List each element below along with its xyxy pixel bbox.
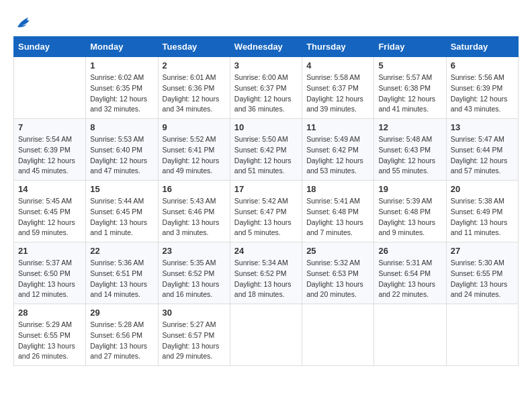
calendar-cell: 12Sunrise: 5:48 AM Sunset: 6:43 PM Dayli… <box>374 119 446 181</box>
calendar-cell: 1Sunrise: 6:02 AM Sunset: 6:35 PM Daylig… <box>86 57 158 119</box>
weekday-header-tuesday: Tuesday <box>158 37 230 57</box>
calendar-cell: 7Sunrise: 5:54 AM Sunset: 6:39 PM Daylig… <box>14 119 86 181</box>
day-number: 12 <box>378 122 441 132</box>
day-info: Sunrise: 5:45 AM Sunset: 6:45 PM Dayligh… <box>18 196 81 238</box>
calendar-cell: 25Sunrise: 5:32 AM Sunset: 6:53 PM Dayli… <box>302 242 374 304</box>
day-info: Sunrise: 5:38 AM Sunset: 6:49 PM Dayligh… <box>451 196 514 238</box>
day-info: Sunrise: 5:47 AM Sunset: 6:44 PM Dayligh… <box>451 134 514 177</box>
weekday-header-thursday: Thursday <box>302 37 374 57</box>
day-number: 15 <box>90 184 153 194</box>
calendar-cell: 14Sunrise: 5:45 AM Sunset: 6:45 PM Dayli… <box>14 181 86 242</box>
day-number: 16 <box>163 184 226 194</box>
day-info: Sunrise: 5:31 AM Sunset: 6:54 PM Dayligh… <box>378 258 441 300</box>
day-info: Sunrise: 5:29 AM Sunset: 6:55 PM Dayligh… <box>18 320 81 362</box>
day-info: Sunrise: 5:37 AM Sunset: 6:50 PM Dayligh… <box>18 258 81 300</box>
day-info: Sunrise: 5:49 AM Sunset: 6:42 PM Dayligh… <box>306 134 369 177</box>
calendar-cell: 22Sunrise: 5:36 AM Sunset: 6:51 PM Dayli… <box>86 242 158 304</box>
day-number: 28 <box>18 308 81 318</box>
calendar-cell: 30Sunrise: 5:27 AM Sunset: 6:57 PM Dayli… <box>158 304 230 366</box>
day-info: Sunrise: 5:48 AM Sunset: 6:43 PM Dayligh… <box>378 134 441 177</box>
day-number: 11 <box>306 122 369 132</box>
day-info: Sunrise: 5:39 AM Sunset: 6:48 PM Dayligh… <box>378 196 441 238</box>
calendar-cell: 6Sunrise: 5:56 AM Sunset: 6:39 PM Daylig… <box>446 57 518 119</box>
calendar-cell: 18Sunrise: 5:41 AM Sunset: 6:48 PM Dayli… <box>302 181 374 242</box>
day-info: Sunrise: 6:01 AM Sunset: 6:36 PM Dayligh… <box>163 73 226 115</box>
day-number: 23 <box>163 246 226 256</box>
calendar-cell: 27Sunrise: 5:30 AM Sunset: 6:55 PM Dayli… <box>446 242 518 304</box>
day-number: 6 <box>451 60 514 71</box>
day-number: 24 <box>234 246 298 256</box>
calendar-cell <box>14 57 86 119</box>
day-number: 25 <box>306 246 369 256</box>
day-number: 4 <box>306 60 369 71</box>
day-info: Sunrise: 5:43 AM Sunset: 6:46 PM Dayligh… <box>163 196 226 238</box>
day-number: 26 <box>378 246 441 256</box>
day-info: Sunrise: 5:52 AM Sunset: 6:41 PM Dayligh… <box>163 134 226 177</box>
calendar-cell: 21Sunrise: 5:37 AM Sunset: 6:50 PM Dayli… <box>14 242 86 304</box>
calendar-cell <box>302 304 374 366</box>
calendar-cell: 26Sunrise: 5:31 AM Sunset: 6:54 PM Dayli… <box>374 242 446 304</box>
calendar-cell: 11Sunrise: 5:49 AM Sunset: 6:42 PM Dayli… <box>302 119 374 181</box>
day-info: Sunrise: 5:34 AM Sunset: 6:52 PM Dayligh… <box>234 258 298 300</box>
day-number: 5 <box>378 60 441 71</box>
calendar-cell: 10Sunrise: 5:50 AM Sunset: 6:42 PM Dayli… <box>230 119 302 181</box>
day-info: Sunrise: 5:42 AM Sunset: 6:47 PM Dayligh… <box>234 196 298 238</box>
day-number: 7 <box>18 122 81 132</box>
weekday-header-wednesday: Wednesday <box>230 37 302 57</box>
calendar-table: SundayMondayTuesdayWednesdayThursdayFrid… <box>13 36 519 366</box>
day-info: Sunrise: 5:27 AM Sunset: 6:57 PM Dayligh… <box>163 320 226 362</box>
day-info: Sunrise: 5:32 AM Sunset: 6:53 PM Dayligh… <box>306 258 369 300</box>
calendar-week-row: 28Sunrise: 5:29 AM Sunset: 6:55 PM Dayli… <box>14 304 519 366</box>
calendar-cell: 16Sunrise: 5:43 AM Sunset: 6:46 PM Dayli… <box>158 181 230 242</box>
calendar-cell: 24Sunrise: 5:34 AM Sunset: 6:52 PM Dayli… <box>230 242 302 304</box>
day-number: 21 <box>18 246 81 256</box>
day-info: Sunrise: 5:50 AM Sunset: 6:42 PM Dayligh… <box>234 134 298 177</box>
day-number: 2 <box>163 60 226 71</box>
day-info: Sunrise: 5:56 AM Sunset: 6:39 PM Dayligh… <box>451 73 514 115</box>
calendar-cell: 8Sunrise: 5:53 AM Sunset: 6:40 PM Daylig… <box>86 119 158 181</box>
day-info: Sunrise: 5:44 AM Sunset: 6:45 PM Dayligh… <box>90 196 153 238</box>
weekday-header-saturday: Saturday <box>446 37 518 57</box>
calendar-cell: 20Sunrise: 5:38 AM Sunset: 6:49 PM Dayli… <box>446 181 518 242</box>
day-info: Sunrise: 5:54 AM Sunset: 6:39 PM Dayligh… <box>18 134 81 177</box>
calendar-cell <box>374 304 446 366</box>
day-number: 14 <box>18 184 81 194</box>
calendar-cell: 29Sunrise: 5:28 AM Sunset: 6:56 PM Dayli… <box>86 304 158 366</box>
weekday-header-monday: Monday <box>86 37 158 57</box>
day-number: 10 <box>234 122 298 132</box>
calendar-cell <box>446 304 518 366</box>
day-number: 9 <box>163 122 226 132</box>
calendar-cell: 15Sunrise: 5:44 AM Sunset: 6:45 PM Dayli… <box>86 181 158 242</box>
weekday-header-sunday: Sunday <box>14 37 86 57</box>
day-info: Sunrise: 5:30 AM Sunset: 6:55 PM Dayligh… <box>451 258 514 300</box>
day-number: 8 <box>90 122 153 132</box>
calendar-week-row: 7Sunrise: 5:54 AM Sunset: 6:39 PM Daylig… <box>14 119 519 181</box>
day-info: Sunrise: 5:28 AM Sunset: 6:56 PM Dayligh… <box>90 320 153 362</box>
day-number: 29 <box>90 308 153 318</box>
day-info: Sunrise: 5:35 AM Sunset: 6:52 PM Dayligh… <box>163 258 226 300</box>
calendar-week-row: 1Sunrise: 6:02 AM Sunset: 6:35 PM Daylig… <box>14 57 519 119</box>
day-info: Sunrise: 5:41 AM Sunset: 6:48 PM Dayligh… <box>306 196 369 238</box>
day-info: Sunrise: 6:02 AM Sunset: 6:35 PM Dayligh… <box>90 73 153 115</box>
day-info: Sunrise: 5:57 AM Sunset: 6:38 PM Dayligh… <box>378 73 441 115</box>
calendar-cell: 28Sunrise: 5:29 AM Sunset: 6:55 PM Dayli… <box>14 304 86 366</box>
page-header <box>13 13 519 26</box>
calendar-cell: 4Sunrise: 5:58 AM Sunset: 6:37 PM Daylig… <box>302 57 374 119</box>
calendar-cell: 23Sunrise: 5:35 AM Sunset: 6:52 PM Dayli… <box>158 242 230 304</box>
day-number: 3 <box>234 60 298 71</box>
day-number: 18 <box>306 184 369 194</box>
logo-bird-icon <box>15 15 34 30</box>
day-info: Sunrise: 6:00 AM Sunset: 6:37 PM Dayligh… <box>234 73 298 115</box>
calendar-cell: 19Sunrise: 5:39 AM Sunset: 6:48 PM Dayli… <box>374 181 446 242</box>
calendar-week-row: 21Sunrise: 5:37 AM Sunset: 6:50 PM Dayli… <box>14 242 519 304</box>
day-number: 19 <box>378 184 441 194</box>
weekday-header-row: SundayMondayTuesdayWednesdayThursdayFrid… <box>14 37 519 57</box>
day-number: 1 <box>90 60 153 71</box>
day-number: 30 <box>163 308 226 318</box>
calendar-cell: 5Sunrise: 5:57 AM Sunset: 6:38 PM Daylig… <box>374 57 446 119</box>
day-number: 22 <box>90 246 153 256</box>
day-number: 13 <box>451 122 514 132</box>
weekday-header-friday: Friday <box>374 37 446 57</box>
day-number: 20 <box>451 184 514 194</box>
day-number: 17 <box>234 184 298 194</box>
